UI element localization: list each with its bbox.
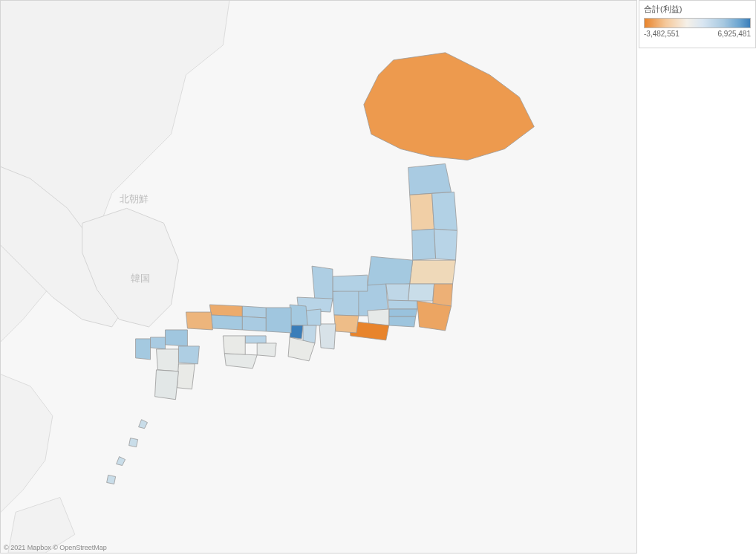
region-yamaguchi[interactable] <box>186 312 212 330</box>
label-north-korea: 北朝鮮 <box>120 192 149 206</box>
region-miyazaki[interactable] <box>177 364 195 389</box>
region-kagoshima[interactable] <box>155 370 179 400</box>
region-gunma[interactable] <box>386 284 410 301</box>
region-toyama[interactable] <box>333 275 368 291</box>
region-ibaraki[interactable] <box>433 284 453 306</box>
region-kyoto[interactable] <box>290 305 307 325</box>
region-hyogo[interactable] <box>266 308 291 333</box>
region-tokushima[interactable] <box>257 343 276 357</box>
region-mie[interactable] <box>319 324 336 349</box>
region-ishikawa[interactable] <box>312 266 333 301</box>
region-nagasaki[interactable] <box>136 339 151 360</box>
color-legend[interactable]: 合計(利益) -3,482,551 6,925,481 <box>639 0 756 48</box>
region-aomori[interactable] <box>408 163 452 195</box>
region-ehime[interactable] <box>223 336 245 355</box>
region-hokkaido[interactable] <box>364 53 534 160</box>
region-tochigi[interactable] <box>408 284 434 301</box>
region-kumamoto[interactable] <box>157 349 179 371</box>
region-yamanashi[interactable] <box>368 309 389 325</box>
region-shimane[interactable] <box>209 305 242 317</box>
legend-min-label: -3,482,551 <box>644 30 680 38</box>
region-fukushima[interactable] <box>410 260 456 284</box>
region-osaka[interactable] <box>290 325 303 339</box>
region-nara[interactable] <box>303 325 316 343</box>
region-yamagata[interactable] <box>412 229 436 260</box>
region-miyagi[interactable] <box>434 229 457 260</box>
label-south-korea: 韓国 <box>131 272 150 285</box>
region-iwate[interactable] <box>432 192 457 230</box>
region-saitama[interactable] <box>388 300 417 309</box>
region-aichi[interactable] <box>334 315 359 333</box>
legend-max-label: 6,925,481 <box>718 30 752 38</box>
region-kanagawa[interactable] <box>389 317 416 327</box>
region-tokyo[interactable] <box>389 309 417 317</box>
region-saga[interactable] <box>151 337 166 349</box>
region-tottori[interactable] <box>242 306 266 318</box>
region-akita[interactable] <box>410 193 434 230</box>
map-attribution: © 2021 Mapbox © OpenStreetMap <box>4 544 107 551</box>
japan-choropleth-map[interactable] <box>1 1 636 553</box>
region-hiroshima[interactable] <box>211 315 242 330</box>
legend-gradient-bar <box>644 18 751 28</box>
region-niigata[interactable] <box>368 256 413 286</box>
region-chiba[interactable] <box>417 301 452 331</box>
region-shiga[interactable] <box>306 309 321 325</box>
region-oita[interactable] <box>178 346 199 364</box>
region-gifu[interactable] <box>333 290 359 316</box>
map-viewport[interactable]: 北朝鮮 韓国 © 2021 Mapbox © OpenStreetMap <box>0 0 637 554</box>
background-land <box>1 1 230 553</box>
region-okinawa[interactable] <box>107 420 148 484</box>
legend-range-labels: -3,482,551 6,925,481 <box>644 30 751 38</box>
region-kagawa[interactable] <box>245 336 266 343</box>
legend-title: 合計(利益) <box>644 4 751 15</box>
region-okayama[interactable] <box>242 317 266 331</box>
region-kochi[interactable] <box>224 354 257 369</box>
region-fukuoka[interactable] <box>165 330 187 346</box>
